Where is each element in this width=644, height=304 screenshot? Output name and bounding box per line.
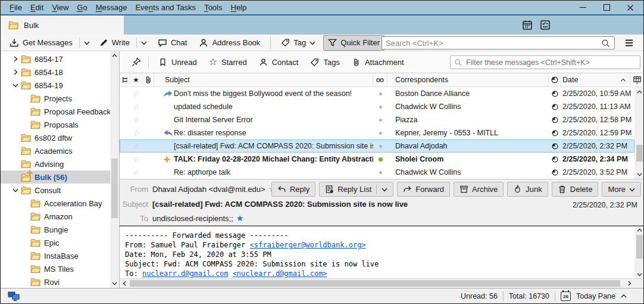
menu-file[interactable]: File — [5, 1, 26, 14]
reply-list-button[interactable]: Reply List — [319, 182, 393, 197]
write-dropdown[interactable] — [139, 36, 149, 50]
sidebar-item-amazon[interactable]: Amazon — [1, 210, 111, 223]
filter-tags-button[interactable]: Tags — [304, 54, 345, 70]
sidebar-item-advising[interactable]: Advising — [1, 157, 111, 170]
close-button[interactable] — [618, 1, 642, 14]
sidebar-item-6s802-dftw[interactable]: 6s802 dftw — [1, 131, 111, 144]
sidebar-item-bulk[interactable]: Bulk (56) — [1, 170, 111, 184]
thread-list-scrollbar[interactable] — [634, 87, 644, 179]
date-column-header[interactable]: Date — [561, 73, 630, 86]
sidebar-item-epic[interactable]: Epic — [1, 236, 111, 249]
menu-message[interactable]: Message — [92, 1, 132, 14]
sidebar-item-acceleration-bay[interactable]: Acceleration Bay — [1, 197, 111, 210]
menu-view[interactable]: View — [48, 1, 73, 14]
tag-button[interactable]: Tag — [277, 36, 320, 50]
subject-column-header[interactable]: Subject — [154, 73, 373, 86]
today-pane-toggle[interactable]: Today Pane — [576, 292, 615, 300]
sidebar-item-ms-tiles[interactable]: MS Tiles — [1, 262, 111, 275]
scroll-down-arrow[interactable] — [110, 279, 119, 288]
sidebar-item-6854-18[interactable]: 6854-18 — [1, 66, 111, 79]
chat-button[interactable]: Chat — [154, 36, 191, 50]
star-toggle[interactable]: ☆ — [130, 168, 142, 177]
table-row[interactable]: ☆ Don't miss the biggest Bollywood event… — [120, 87, 634, 100]
junk-column-header[interactable] — [373, 73, 387, 86]
message-body-hscrollbar[interactable] — [120, 278, 644, 288]
menu-tools[interactable]: Tools — [200, 1, 226, 14]
message-body-scrollbar[interactable] — [634, 227, 644, 278]
maximize-button[interactable] — [595, 1, 618, 14]
app-menu-button[interactable] — [621, 36, 637, 49]
email-link[interactable]: <sfraiberger@worldbank.org> — [250, 241, 366, 249]
sidebar-item-proposals[interactable]: Proposals — [1, 118, 111, 131]
sidebar-item-consult[interactable]: Consult — [1, 184, 111, 197]
read-column-header[interactable] — [548, 73, 561, 86]
email-link[interactable]: <nuclearr.d@gmail.com> — [233, 269, 327, 278]
star-toggle[interactable]: ☆ — [130, 89, 142, 98]
scroll-up-arrow[interactable] — [110, 51, 119, 60]
sticky-filter-pin-button[interactable] — [128, 54, 145, 70]
email-link[interactable]: nuclearr.d@gmail.com — [142, 269, 229, 278]
calendar-tab-button[interactable] — [520, 18, 534, 32]
filter-attachment-button[interactable]: Attachment — [346, 54, 410, 70]
minimize-button[interactable] — [571, 1, 595, 14]
filter-messages-input[interactable] — [465, 58, 640, 67]
star-toggle[interactable]: ☆ — [130, 129, 142, 138]
filter-starred-button[interactable]: ☆ Starred — [203, 54, 253, 70]
menu-go[interactable]: Go — [73, 1, 91, 14]
sidebar-item-6854-17[interactable]: 6854-17 — [1, 52, 111, 66]
sidebar-item-projects[interactable]: Projects — [1, 92, 111, 105]
chevron-down-icon[interactable] — [10, 83, 21, 88]
table-row[interactable]: ☆ Re: disaster response Kepner, Jeremy -… — [120, 126, 634, 139]
scrollbar-thumb[interactable] — [111, 159, 118, 218]
table-row-unread[interactable]: ☆ TALK: Friday 02-28-2020 Michael Chang:… — [120, 153, 634, 166]
address-book-button[interactable]: Address Book — [195, 36, 264, 50]
tab-bulk[interactable]: Bulk — [1, 15, 124, 35]
reply-button[interactable]: Reply — [271, 182, 315, 197]
star-toggle[interactable]: ☆ — [130, 116, 142, 125]
scroll-down-arrow[interactable] — [635, 170, 644, 178]
scroll-down-arrow[interactable] — [635, 271, 644, 278]
archive-button[interactable]: Archive — [454, 182, 504, 197]
get-messages-button[interactable]: Get Messages — [5, 36, 77, 50]
sidebar-item-proposal-feedback[interactable]: Proposal Feedback — [1, 105, 111, 118]
chevron-down-icon[interactable] — [10, 188, 21, 193]
sidebar-item-6854-19[interactable]: 6854-19 — [1, 79, 111, 92]
search-input[interactable] — [382, 39, 601, 48]
junk-button[interactable]: Junk — [507, 182, 548, 197]
menu-edit[interactable]: Edit — [26, 1, 48, 14]
to-value[interactable]: undisclosed-recipients;; — [152, 214, 233, 223]
quick-filter-button[interactable]: Quick Filter — [323, 35, 384, 51]
star-toggle[interactable]: ☆ — [130, 142, 142, 151]
chevron-right-icon[interactable] — [10, 56, 21, 62]
write-button[interactable]: Write — [95, 36, 134, 50]
star-toggle[interactable]: ☆ — [130, 103, 142, 111]
delete-button[interactable]: Delete — [552, 182, 599, 197]
scroll-right-arrow[interactable] — [625, 279, 634, 288]
filter-contact-button[interactable]: Contact — [253, 54, 305, 70]
thread-column-header[interactable] — [120, 73, 130, 86]
table-row[interactable]: ☆ updated schedule Chadwick W Collins 2/… — [120, 100, 634, 113]
network-status-icon[interactable] — [8, 291, 20, 301]
contact-star-icon[interactable]: ★ — [236, 213, 244, 223]
forward-button[interactable]: Forward — [397, 182, 450, 197]
table-row[interactable]: ☆ Re: apthorpe talk Chadwick W Collins 2… — [120, 166, 634, 179]
filter-unread-button[interactable]: Unread — [152, 54, 203, 70]
table-row-selected[interactable]: ☆ [csail-related] Fwd: ACM COMPASS 2020:… — [120, 139, 634, 153]
get-messages-dropdown[interactable] — [82, 36, 92, 50]
search-icon[interactable] — [601, 39, 610, 48]
sidebar-item-instabase[interactable]: InstaBase — [1, 249, 111, 262]
star-toggle[interactable]: ☆ — [130, 155, 142, 164]
sidebar-item-rovi[interactable]: Rovi — [1, 275, 111, 288]
scrollbar-thumb[interactable] — [130, 280, 620, 287]
scrollbar-thumb[interactable] — [636, 145, 643, 162]
sidebar-item-academics[interactable]: Academics — [1, 144, 111, 157]
starred-column-header[interactable]: ★ — [130, 73, 142, 86]
from-value[interactable]: Dhaval Adjodah <dval@mit.edu> — [152, 185, 265, 194]
scroll-up-arrow[interactable] — [635, 227, 644, 234]
menu-events-and-tasks[interactable]: Events and Tasks — [131, 1, 200, 14]
tasks-tab-button[interactable] — [538, 18, 552, 32]
chevron-up-icon[interactable] — [621, 294, 627, 299]
chevron-right-icon[interactable] — [10, 69, 21, 75]
sidebar-item-bungie[interactable]: Bungie — [1, 223, 111, 236]
calendar-day-icon[interactable]: 26 — [561, 291, 571, 301]
